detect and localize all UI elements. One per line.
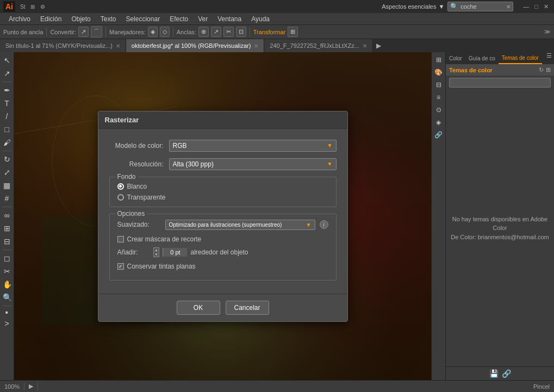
tool-select[interactable]: ↖	[1, 54, 13, 66]
tool-direct-select[interactable]: ↗	[1, 67, 13, 79]
tool-mesh[interactable]: #	[1, 192, 13, 204]
tool-eraser[interactable]: ◻	[1, 252, 13, 264]
crear-mascara-checkbox[interactable]	[117, 236, 124, 242]
suavizado-info[interactable]: i	[320, 220, 328, 229]
tool-rotate[interactable]: ↻	[1, 153, 13, 165]
ri-btn-4[interactable]: ≡	[433, 92, 445, 103]
convert-btn-1[interactable]: ↗	[78, 27, 89, 37]
menu-archivo[interactable]: Archivo	[4, 14, 35, 24]
tool-gradient[interactable]: ▦	[1, 179, 13, 191]
anchors-btn-1[interactable]: ⊕	[198, 27, 209, 37]
top-icon-1[interactable]: St	[18, 3, 27, 10]
spinner-down[interactable]: ▼	[154, 252, 159, 257]
workspace-selector[interactable]: Aspectos esenciales ▼	[382, 3, 444, 10]
tool-column[interactable]: ⊞	[1, 222, 13, 234]
right-panel: Color Guía de co Temas de color ☰ Temas …	[445, 52, 554, 380]
ct-save-btn[interactable]: 💾	[489, 369, 499, 378]
status-bar: 100% ▶ Pincel	[0, 380, 554, 392]
tool-scissors[interactable]: ✂	[1, 265, 13, 277]
anadir-input[interactable]	[163, 248, 187, 257]
tab-more-button[interactable]: ▶	[373, 39, 384, 52]
ri-btn-6[interactable]: ◈	[433, 117, 445, 128]
tool-text[interactable]: T	[1, 97, 13, 109]
tab-2-label: 240_F_79227252_fRJxLbLtXZz...	[270, 42, 359, 49]
cancel-button[interactable]: Cancelar	[226, 301, 269, 315]
spinner-up[interactable]: ▲	[154, 248, 159, 252]
tool-paint[interactable]: 🖌	[1, 136, 13, 148]
canvas-area[interactable]: Rasterizar Modelo de color: RGB ▼ Resolu…	[14, 52, 431, 380]
ri-btn-5[interactable]: ⊙	[433, 104, 445, 115]
anchors-btn-2[interactable]: ↗	[211, 27, 221, 37]
radio-transparente[interactable]	[117, 194, 124, 201]
search-input[interactable]	[460, 3, 504, 10]
tool-pen[interactable]: ✒	[1, 84, 13, 96]
handlers-btn-2[interactable]: ◇	[160, 27, 170, 37]
anchors-btn-3[interactable]: ✂	[223, 27, 234, 37]
transform-btn[interactable]: ⊞	[288, 27, 298, 37]
top-icon-2[interactable]: ⊞	[29, 3, 36, 10]
radio-blanco-label: Blanco	[127, 183, 147, 190]
top-icon-3[interactable]: ⚙	[39, 3, 47, 10]
tool-blend[interactable]: ∞	[1, 209, 13, 221]
rp-tab-guide[interactable]: Guía de co	[465, 52, 499, 64]
tab-0-close[interactable]: ✕	[116, 43, 120, 49]
tool-rect[interactable]: □	[1, 123, 13, 135]
tab-1[interactable]: oktoberfest.jpg* al 100% (RGB/Previsuali…	[126, 39, 264, 52]
tool-fg-color[interactable]: ■	[1, 308, 13, 316]
ri-btn-2[interactable]: 🎨	[433, 67, 445, 78]
radio-blanco-row: Blanco	[117, 183, 328, 190]
top-bar-icons: St ⊞ ⚙	[18, 3, 47, 10]
ct-search-input[interactable]	[449, 78, 551, 88]
color-model-select[interactable]: RGB ▼	[169, 140, 337, 152]
menu-bar: Archivo Edición Objeto Texto Seleccionar…	[0, 13, 554, 25]
lt-sep-3	[2, 207, 12, 207]
menu-ventana[interactable]: Ventana	[213, 14, 246, 24]
radio-blanco[interactable]	[117, 183, 124, 190]
maximize-button[interactable]: □	[532, 3, 540, 10]
menu-seleccionar[interactable]: Seleccionar	[121, 14, 164, 24]
tool-scale[interactable]: ⤢	[1, 166, 13, 178]
transform-label[interactable]: Transformar	[253, 29, 286, 35]
ct-refresh-icon[interactable]: ↻	[539, 66, 544, 73]
rp-tab-color[interactable]: Color	[446, 52, 465, 64]
suavizado-row: Suavizado: Optimizado para ilustraciones…	[117, 220, 328, 230]
window-controls: — □ ✕	[521, 3, 551, 10]
ri-btn-3[interactable]: ⊟	[433, 79, 445, 90]
conservar-checkbox[interactable]	[117, 263, 124, 270]
search-clear-icon[interactable]: ✕	[506, 4, 511, 10]
tool-line[interactable]: /	[1, 110, 13, 122]
close-button[interactable]: ✕	[541, 3, 551, 10]
sb-sep-1	[24, 383, 24, 390]
rp-panel-menu[interactable]: ☰	[544, 52, 554, 64]
tab-2-close[interactable]: ✕	[363, 43, 367, 49]
ri-btn-1[interactable]: ⊞	[433, 54, 445, 65]
menu-texto[interactable]: Texto	[96, 14, 121, 24]
tool-more[interactable]: >	[1, 318, 13, 329]
menu-ayuda[interactable]: Ayuda	[247, 14, 274, 24]
zoom-level[interactable]: 100%	[4, 383, 20, 390]
tab-0[interactable]: Sin título-1 al 71% (CMYK/Previsualiz...…	[0, 39, 126, 52]
tool-hand[interactable]: ✋	[1, 278, 13, 290]
ok-button[interactable]: OK	[177, 301, 220, 315]
menu-objeto[interactable]: Objeto	[67, 14, 95, 24]
handlers-btn-1[interactable]: ◈	[148, 27, 158, 37]
menu-ver[interactable]: Ver	[194, 14, 212, 24]
ct-link-btn[interactable]: 🔗	[502, 369, 511, 378]
dialog-title-bar: Rasterizar	[98, 111, 347, 129]
resolution-select[interactable]: Alta (300 ppp) ▼	[169, 158, 337, 170]
tool-slice[interactable]: ⊟	[1, 235, 13, 247]
toolbar-right-icon[interactable]: ≫	[544, 28, 551, 35]
minimize-button[interactable]: —	[521, 3, 531, 10]
tab-2[interactable]: 240_F_79227252_fRJxLbLtXZz... ✕	[264, 39, 373, 52]
convert-btn-2[interactable]: ⌒	[91, 26, 102, 38]
anchors-btn-4[interactable]: ⊡	[236, 27, 246, 37]
suavizado-select[interactable]: Optimizado para ilustraciones (supermues…	[165, 220, 315, 230]
ri-btn-7[interactable]: 🔗	[433, 129, 445, 140]
rp-tab-themes[interactable]: Temas de color	[499, 52, 542, 64]
tab-1-close[interactable]: ✕	[254, 43, 258, 49]
menu-edicion[interactable]: Edición	[36, 14, 66, 24]
resolution-label: Resolución:	[109, 160, 169, 168]
menu-efecto[interactable]: Efecto	[165, 14, 192, 24]
ct-options-icon[interactable]: ⊞	[546, 66, 551, 73]
tool-zoom[interactable]: 🔍	[1, 291, 13, 303]
